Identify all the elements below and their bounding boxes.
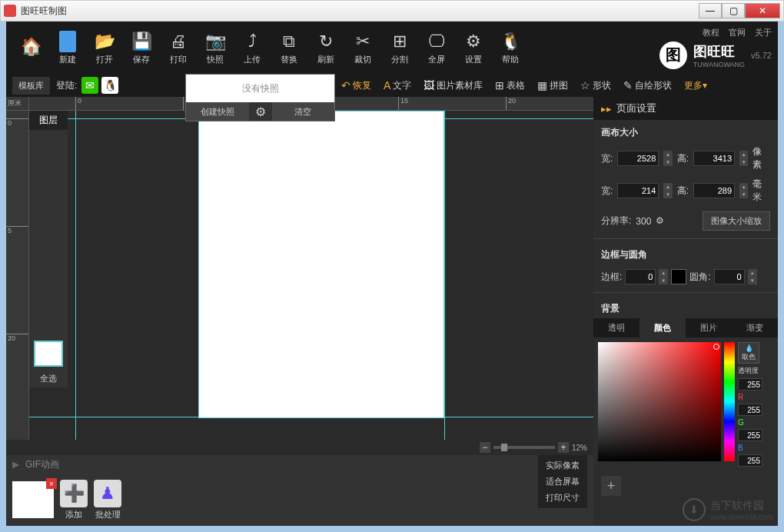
recover-button[interactable]: ↶恢复 xyxy=(337,77,376,95)
g-input[interactable] xyxy=(738,429,762,441)
r-input[interactable] xyxy=(738,404,762,416)
site-link[interactable]: 官网 xyxy=(729,27,746,38)
zoom-value: 12% xyxy=(572,444,587,452)
bg-tab-image[interactable]: 图片 xyxy=(686,318,732,337)
canvas[interactable] xyxy=(198,111,444,418)
width-px-input[interactable] xyxy=(617,151,659,166)
home-button[interactable]: 🏠 xyxy=(12,25,49,71)
new-button[interactable]: 新建 xyxy=(49,25,86,71)
cut-button[interactable]: ✂裁切 xyxy=(344,25,381,71)
eyedropper-button[interactable]: 💧取色 xyxy=(738,342,759,364)
print-size-option[interactable]: 打印尺寸 xyxy=(538,490,587,506)
table-button[interactable]: ⊞表格 xyxy=(490,77,530,95)
upload-button[interactable]: ⤴上传 xyxy=(234,25,271,71)
zoom-in-button[interactable]: + xyxy=(558,442,569,453)
template-lib-button[interactable]: 模板库 xyxy=(12,77,50,95)
text-tool-button[interactable]: A文字 xyxy=(379,77,416,95)
color-hue-bar[interactable] xyxy=(724,342,735,461)
split-button[interactable]: ⊞分割 xyxy=(381,25,418,71)
page-thumbnail[interactable]: × xyxy=(12,481,54,518)
panel-header: ▸▸页面设置 xyxy=(593,97,778,120)
dpi-settings-icon[interactable]: ⚙ xyxy=(656,215,668,228)
about-link[interactable]: 关于 xyxy=(755,27,772,38)
snapshot-empty-label: 没有快照 xyxy=(186,75,334,102)
zoom-image-button[interactable]: 图像大小缩放 xyxy=(703,211,770,231)
play-icon[interactable]: ▶ xyxy=(12,459,19,470)
actual-pixels-option[interactable]: 实际像素 xyxy=(538,457,587,474)
refresh-button[interactable]: ↻刷新 xyxy=(307,25,344,71)
border-color-swatch[interactable] xyxy=(671,269,686,284)
add-page-button[interactable]: ➕添加 xyxy=(60,480,88,520)
b-input[interactable] xyxy=(738,454,762,467)
fit-screen-option[interactable]: 适合屏幕 xyxy=(538,474,587,490)
settings-button[interactable]: ⚙设置 xyxy=(455,25,492,71)
view-menu: 实际像素 适合屏幕 打印尺寸 xyxy=(538,455,587,508)
radius-input[interactable] xyxy=(714,269,745,284)
help-button[interactable]: 🐧帮助 xyxy=(492,25,529,71)
bg-tab-gradient[interactable]: 渐变 xyxy=(732,318,778,337)
snapshot-settings-button[interactable]: ⚙ xyxy=(249,102,272,121)
zoom-out-button[interactable]: − xyxy=(480,442,490,453)
height-spinner[interactable]: ▲▼ xyxy=(739,151,748,166)
border-input[interactable] xyxy=(625,269,656,284)
close-button[interactable]: ✕ xyxy=(745,3,780,18)
layers-panel: 图层 全选 xyxy=(29,111,68,387)
zoom-slider[interactable] xyxy=(493,446,555,449)
layer-thumbnail[interactable] xyxy=(34,341,63,367)
save-button[interactable]: 💾保存 xyxy=(123,25,160,71)
wechat-login-button[interactable]: ✉ xyxy=(81,77,98,94)
batch-button[interactable]: ♟批处理 xyxy=(94,480,121,520)
create-snapshot-button[interactable]: 创建快照 xyxy=(186,102,249,121)
width-spinner[interactable]: ▲▼ xyxy=(663,151,672,166)
logo-sub: TUWANGWANG xyxy=(693,61,745,68)
opacity-input[interactable] xyxy=(738,378,762,391)
width-mm-input[interactable] xyxy=(617,183,659,198)
version-label: v5.72 xyxy=(751,51,772,60)
guide-line[interactable] xyxy=(75,111,76,440)
print-button[interactable]: 🖨打印 xyxy=(160,25,197,71)
select-all-button[interactable]: 全选 xyxy=(29,370,68,387)
ruler-vertical: 0 5 20 图层 全选 xyxy=(6,111,29,440)
bg-section-title: 背景 xyxy=(593,296,778,318)
collage-button[interactable]: ▦拼图 xyxy=(533,77,573,95)
ruler-unit: 厘米 xyxy=(6,97,29,110)
login-label: 登陆: xyxy=(56,79,77,92)
shape-button[interactable]: ☆形状 xyxy=(576,77,616,95)
canvas-area[interactable] xyxy=(29,111,593,440)
sub-toolbar: 模板库 登陆: ✉ 🐧 没有快照 创建快照 ⚙ 清空 ↶恢复 A文字 🖼图片素材… xyxy=(6,74,778,97)
height-mm-input[interactable] xyxy=(693,183,735,198)
add-preset-button[interactable]: + xyxy=(601,476,621,496)
logo-icon: 图 xyxy=(659,42,687,69)
image-lib-button[interactable]: 🖼图片素材库 xyxy=(419,77,487,95)
titlebar: 图旺旺制图 — ▢ ✕ xyxy=(0,0,784,22)
open-button[interactable]: 📂打开 xyxy=(86,25,123,71)
canvas-size-title: 画布大小 xyxy=(593,120,778,142)
tutorial-link[interactable]: 教程 xyxy=(703,27,719,38)
clear-snapshot-button[interactable]: 清空 xyxy=(272,102,335,121)
more-button[interactable]: 更多▾ xyxy=(679,77,712,95)
qq-login-button[interactable]: 🐧 xyxy=(101,77,118,94)
gif-label: GIF动画 xyxy=(25,458,59,471)
logo-text: 图旺旺 xyxy=(693,42,745,61)
layers-header: 图层 xyxy=(29,111,68,130)
bg-tab-transparent[interactable]: 透明 xyxy=(593,318,639,337)
replace-button[interactable]: ⧉替换 xyxy=(271,25,307,71)
snapshot-button[interactable]: 📷快照 xyxy=(197,25,234,71)
border-section-title: 边框与圆角 xyxy=(593,242,778,264)
guide-line[interactable] xyxy=(444,111,445,440)
watermark: ⬇ 当下软件园 www.downxia.com xyxy=(683,498,773,521)
gif-bar: ▶ GIF动画 xyxy=(6,455,593,474)
minimize-button[interactable]: — xyxy=(699,3,722,18)
bg-tab-color[interactable]: 颜色 xyxy=(639,318,686,337)
height-px-input[interactable] xyxy=(693,151,735,166)
bottom-panel: × ➕添加 ♟批处理 实际像素 适合屏幕 打印尺寸 xyxy=(6,474,593,526)
titlebar-text: 图旺旺制图 xyxy=(21,5,699,18)
zoom-bar: − + 12% xyxy=(6,440,593,455)
delete-page-icon[interactable]: × xyxy=(46,478,57,489)
watermark-icon: ⬇ xyxy=(683,498,706,521)
color-sv-picker[interactable] xyxy=(598,342,721,461)
freehand-button[interactable]: ✎自绘形状 xyxy=(619,77,676,95)
maximize-button[interactable]: ▢ xyxy=(722,3,745,18)
fullscreen-button[interactable]: 🖵全屏 xyxy=(418,25,455,71)
dpi-value: 300 xyxy=(636,216,651,227)
